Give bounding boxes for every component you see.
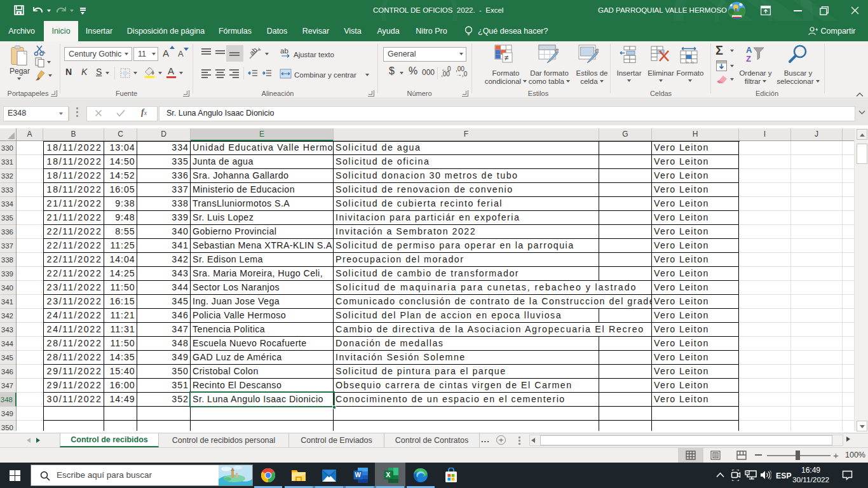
svg-text:A: A	[746, 45, 752, 55]
svg-text:W: W	[355, 471, 362, 478]
svg-text:≠: ≠	[505, 53, 509, 62]
svg-text:ab: ab	[248, 46, 259, 57]
svg-text:ab: ab	[280, 47, 288, 55]
svg-text:X: X	[386, 471, 390, 478]
svg-text:Z: Z	[746, 54, 751, 63]
